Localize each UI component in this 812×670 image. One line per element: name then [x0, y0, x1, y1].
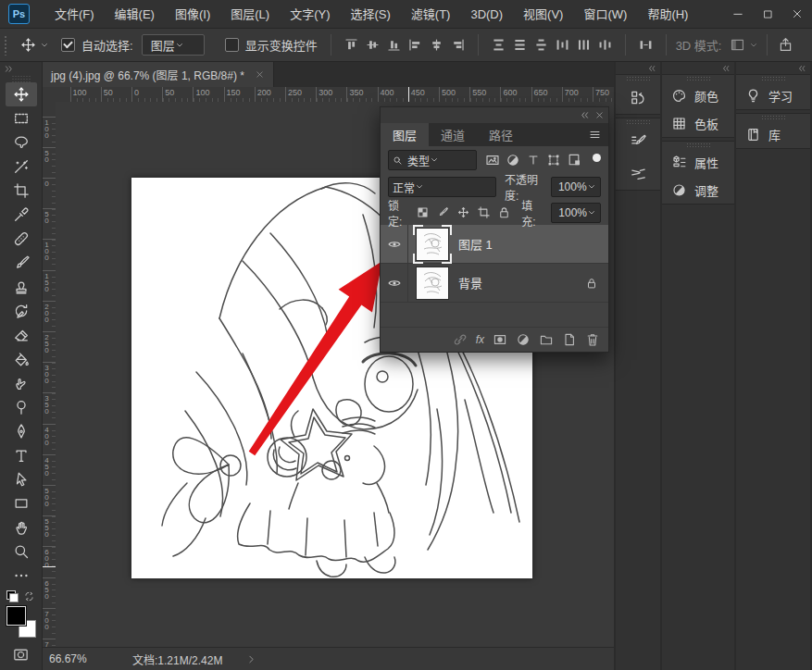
lock-all-button[interactable]	[497, 205, 511, 219]
filter-adjustment-button[interactable]	[506, 153, 520, 168]
panel-button-库[interactable]: 库	[736, 120, 810, 148]
dock-collapse-button[interactable]	[616, 62, 660, 74]
show-transform-checkbox[interactable]	[225, 38, 239, 52]
panel-button-属性[interactable]: 属性	[662, 148, 734, 176]
history-panel-button[interactable]	[616, 81, 660, 114]
brush-settings-panel-button[interactable]	[616, 125, 660, 157]
share-icon[interactable]	[775, 34, 796, 56]
history-brush-tool[interactable]	[6, 299, 37, 323]
filter-smart-object-button[interactable]	[567, 153, 581, 168]
menu-3D[interactable]: 3D(D)	[460, 1, 513, 28]
zoom-level[interactable]: 66.67%	[49, 652, 97, 665]
layers-tab-通道[interactable]: 通道	[429, 123, 477, 146]
more-tool[interactable]	[6, 564, 37, 588]
marquee-tool[interactable]	[6, 106, 37, 130]
paint-bucket-tool[interactable]	[6, 347, 37, 371]
panel-button-色板[interactable]: 色板	[662, 109, 734, 137]
align-left-button[interactable]	[405, 34, 426, 56]
layer-row-图层 1[interactable]: 图层 1	[381, 225, 608, 264]
default-colors-icon[interactable]	[6, 590, 19, 602]
threed-mode-icon[interactable]	[727, 34, 748, 56]
menu-图层[interactable]: 图层(L)	[220, 1, 280, 28]
pen-tool[interactable]	[6, 419, 37, 443]
filter-shape-button[interactable]	[546, 153, 561, 168]
fill-value-dropdown[interactable]: 100%	[551, 203, 601, 223]
document-tab[interactable]: jpg (4).jpg @ 66.7% (图层 1, RGB/8#) *	[42, 62, 274, 87]
menu-图像[interactable]: 图像(I)	[165, 1, 220, 28]
lock-artboard-button[interactable]	[477, 205, 491, 219]
brushes-panel-button[interactable]	[616, 157, 660, 190]
menu-编辑[interactable]: 编辑(E)	[105, 1, 165, 28]
filter-image-button[interactable]	[485, 153, 500, 168]
tool-preset-chevron-icon[interactable]	[39, 34, 50, 56]
adjustment-button[interactable]	[516, 332, 531, 347]
filter-type-button[interactable]	[526, 153, 541, 168]
minimize-button[interactable]	[723, 1, 753, 28]
align-bottom-button[interactable]	[383, 34, 405, 56]
foreground-color-swatch[interactable]	[6, 606, 26, 626]
link-button[interactable]	[453, 332, 468, 347]
layer-thumbnail[interactable]	[417, 267, 448, 299]
zoom-tool[interactable]	[6, 540, 37, 564]
rectangle-tool[interactable]	[6, 491, 37, 515]
move-tool[interactable]	[6, 82, 37, 106]
crop-tool[interactable]	[6, 179, 37, 203]
lock-pixels-button[interactable]	[436, 205, 450, 219]
filter-toggle-pin[interactable]	[592, 154, 601, 167]
type-tool[interactable]	[6, 443, 37, 467]
spot-healing-tool[interactable]	[6, 227, 37, 251]
tab-close-icon[interactable]	[256, 70, 264, 79]
maximize-button[interactable]	[753, 1, 782, 28]
layers-tab-路径[interactable]: 路径	[477, 123, 525, 146]
clone-stamp-tool[interactable]	[6, 275, 37, 299]
delete-button[interactable]	[585, 332, 600, 347]
eyedropper-tool[interactable]	[6, 203, 37, 227]
auto-select-target-dropdown[interactable]: 图层	[142, 34, 205, 56]
menu-文字[interactable]: 文字(Y)	[280, 1, 340, 28]
panel-button-颜色[interactable]: 颜色	[662, 81, 734, 109]
eraser-tool[interactable]	[6, 323, 37, 347]
align-top-button[interactable]	[341, 34, 362, 56]
menu-选择[interactable]: 选择(S)	[340, 1, 400, 28]
layers-tab-图层[interactable]: 图层	[381, 123, 429, 146]
quick-mask-button[interactable]	[6, 645, 37, 664]
panel-button-调整[interactable]: 调整	[662, 176, 734, 204]
layer-visibility-toggle[interactable]	[381, 225, 408, 263]
filter-type-dropdown[interactable]: 类型	[388, 150, 477, 170]
options-grip[interactable]	[4, 35, 8, 56]
dist-center-h-button[interactable]	[573, 34, 594, 56]
opacity-value-dropdown[interactable]: 100%	[551, 177, 601, 197]
menu-滤镜[interactable]: 滤镜(T)	[401, 1, 461, 28]
dist-middle-v-button[interactable]	[509, 34, 531, 56]
toolbar-expand-button[interactable]	[0, 62, 42, 76]
menu-窗口[interactable]: 窗口(W)	[573, 1, 637, 28]
magic-wand-tool[interactable]	[6, 155, 37, 179]
dock-collapse-button[interactable]	[662, 62, 734, 74]
new-layer-button[interactable]	[562, 332, 577, 347]
close-button[interactable]	[782, 1, 812, 28]
dodge-tool[interactable]	[6, 395, 37, 419]
align-middle-v-button[interactable]	[362, 34, 383, 56]
dock-collapse-button[interactable]	[736, 62, 810, 74]
dist-right-button[interactable]	[594, 34, 616, 56]
mask-button[interactable]	[493, 332, 507, 347]
menu-视图[interactable]: 视图(V)	[513, 1, 573, 28]
menu-文件[interactable]: 文件(F)	[44, 1, 105, 28]
fx-button[interactable]: fx	[476, 333, 484, 346]
path-select-tool[interactable]	[6, 467, 37, 491]
toolbar-grip[interactable]	[11, 76, 31, 82]
lasso-tool[interactable]	[6, 130, 37, 155]
layer-visibility-toggle[interactable]	[381, 264, 408, 302]
align-right-button[interactable]	[447, 34, 468, 56]
blend-mode-dropdown[interactable]: 正常	[388, 177, 496, 197]
panel-collapse-icon[interactable]	[580, 110, 590, 120]
dist-top-button[interactable]	[488, 34, 509, 56]
layer-name[interactable]: 背景	[458, 274, 482, 292]
lock-transparent-button[interactable]	[416, 205, 430, 219]
dist-bottom-button[interactable]	[531, 34, 552, 56]
lock-position-button[interactable]	[456, 205, 470, 219]
brush-tool[interactable]	[6, 251, 37, 275]
threed-chevron-icon[interactable]	[748, 34, 759, 56]
distribute-spacing-icon[interactable]	[635, 34, 656, 56]
group-button[interactable]	[539, 332, 554, 347]
